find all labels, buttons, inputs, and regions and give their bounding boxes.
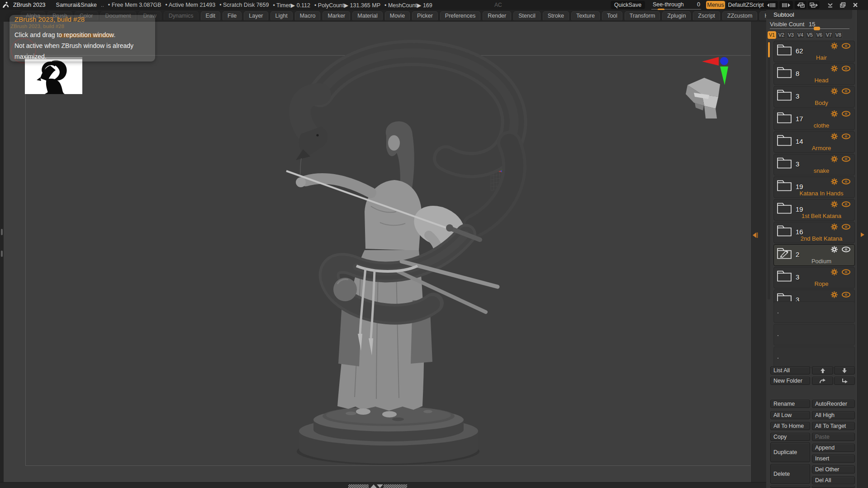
subtool-item[interactable]: 8 Head <box>773 63 855 85</box>
gear-icon[interactable] <box>830 223 838 232</box>
tray-collapse-arrow-icon[interactable] <box>751 232 759 239</box>
menu-item[interactable]: Movie <box>385 11 410 20</box>
gear-icon[interactable] <box>830 42 838 52</box>
del-all-button[interactable]: Del All <box>812 476 855 484</box>
duplicate-button[interactable]: Duplicate <box>770 442 810 462</box>
menu-item[interactable]: Transform <box>625 11 660 20</box>
menu-item[interactable]: Picker <box>412 11 438 20</box>
subtool-item[interactable]: 14 Armore <box>773 131 855 153</box>
gear-icon[interactable] <box>830 200 838 210</box>
viewport-canvas[interactable] <box>4 22 750 482</box>
view-tab[interactable]: V6 <box>815 31 824 39</box>
menu-item[interactable]: Tool <box>602 11 622 20</box>
subtool-item[interactable]: 19 1st Belt Katana <box>773 199 855 221</box>
gear-icon[interactable] <box>830 178 838 187</box>
append-button[interactable]: Append <box>812 444 855 452</box>
minimize-icon[interactable] <box>825 1 835 9</box>
gear-icon[interactable] <box>830 65 838 74</box>
eye-icon[interactable] <box>841 133 851 142</box>
subtool-item[interactable]: 2 Podium <box>773 244 855 266</box>
left-tray-divider[interactable] <box>0 22 4 482</box>
right-tray-divider[interactable] <box>750 22 767 482</box>
tray-grip[interactable] <box>1 251 3 257</box>
title-bar[interactable]: ZBrush 2023 Samurai&Snake .. • Free Mem … <box>0 0 868 10</box>
subtool-empty-slot[interactable] <box>773 346 855 368</box>
subtool-item[interactable]: 16 2nd Belt Katana <box>773 222 855 243</box>
list-all-button[interactable]: List All <box>770 366 810 374</box>
gear-icon[interactable] <box>830 110 838 119</box>
all-high-button[interactable]: All High <box>812 411 855 419</box>
view-tab[interactable]: V1 <box>768 31 776 39</box>
menu-item[interactable]: ZZcustom <box>722 11 758 20</box>
restore-icon[interactable] <box>838 1 848 9</box>
subtool-scroll-handle[interactable] <box>768 42 770 57</box>
menu-item[interactable]: File <box>223 11 242 20</box>
subtool-item[interactable]: 3 Body <box>773 86 855 108</box>
subtool-item[interactable]: 3 Rope <box>773 267 855 289</box>
move-into-folder-button[interactable] <box>812 377 833 385</box>
hscroll-left-track[interactable] <box>348 484 369 488</box>
move-up-button[interactable] <box>812 366 833 374</box>
menu-item[interactable]: Stroke <box>543 11 569 20</box>
menu-item[interactable]: Preferences <box>440 11 480 20</box>
rename-button[interactable]: Rename <box>770 400 810 408</box>
view-tab[interactable]: V2 <box>777 31 786 39</box>
menu-item[interactable]: Zplugin <box>662 11 691 20</box>
eye-icon[interactable] <box>841 43 851 51</box>
view-tab[interactable]: V8 <box>834 31 843 39</box>
menu-item[interactable]: Macro <box>295 11 321 20</box>
menus-toggle-button[interactable]: Menus <box>706 1 725 9</box>
gear-icon[interactable] <box>830 291 838 300</box>
menu-item[interactable]: Layer <box>244 11 268 20</box>
eye-icon[interactable] <box>841 201 851 209</box>
view-tab[interactable]: V7 <box>825 31 833 39</box>
eye-icon[interactable] <box>841 156 851 164</box>
del-other-button[interactable]: Del Other <box>812 465 855 474</box>
see-through-slider[interactable]: See-through 0 <box>651 1 701 9</box>
delete-button[interactable]: Delete <box>770 464 810 484</box>
move-out-of-folder-button[interactable] <box>834 377 855 385</box>
gear-icon[interactable] <box>830 133 838 142</box>
all-to-target-button[interactable]: All To Target <box>812 422 855 430</box>
eye-icon[interactable] <box>841 246 851 255</box>
subtool-empty-slot[interactable] <box>773 324 855 346</box>
cascade-left-icon[interactable] <box>795 1 806 9</box>
menu-item[interactable]: Stencil <box>513 11 541 20</box>
tray-grip[interactable] <box>1 229 3 235</box>
menu-item[interactable]: Render <box>483 11 511 20</box>
insert-button[interactable]: Insert <box>812 455 855 463</box>
subtool-item[interactable]: 17 clothe <box>773 109 855 130</box>
subtool-scrollbar[interactable] <box>768 41 770 299</box>
eye-icon[interactable] <box>841 88 851 96</box>
new-folder-button[interactable]: New Folder <box>770 377 810 385</box>
autoreorder-button[interactable]: AutoReorder <box>812 400 855 408</box>
scroll-down-icon[interactable] <box>377 484 383 488</box>
eye-icon[interactable] <box>841 110 851 119</box>
eye-icon[interactable] <box>841 291 851 300</box>
menu-item[interactable]: Dynamics <box>164 11 199 20</box>
goat-alpha-thumbnail[interactable] <box>25 57 82 94</box>
eye-icon[interactable] <box>841 269 851 277</box>
menu-item[interactable]: Material <box>352 11 382 20</box>
move-down-button[interactable] <box>834 366 855 374</box>
timeline-prev-icon[interactable] <box>764 1 778 9</box>
eye-icon[interactable] <box>841 178 851 187</box>
tray-expand-arrow-icon[interactable] <box>859 232 866 238</box>
menu-item[interactable]: Light <box>270 11 293 20</box>
subtool-item[interactable]: 62 Hair <box>773 41 855 62</box>
menu-item[interactable]: Edit <box>201 11 221 20</box>
gear-icon[interactable] <box>830 246 838 255</box>
view-tab[interactable]: V5 <box>806 31 814 39</box>
visible-count-handle[interactable] <box>814 27 820 30</box>
hscroll-right-track[interactable] <box>384 484 407 488</box>
view-tab[interactable]: V4 <box>796 31 805 39</box>
visible-count-slider[interactable]: Visible Count 15 <box>770 21 853 29</box>
gear-icon[interactable] <box>830 268 838 278</box>
menu-item[interactable]: Texture <box>571 11 600 20</box>
copy-button[interactable]: Copy <box>770 433 810 441</box>
scroll-up-icon[interactable] <box>370 484 377 488</box>
gear-icon[interactable] <box>830 87 838 97</box>
quicksave-button[interactable]: QuickSave <box>611 1 645 9</box>
gear-icon[interactable] <box>830 155 838 165</box>
subtool-panel-title[interactable]: Subtool <box>766 10 852 19</box>
